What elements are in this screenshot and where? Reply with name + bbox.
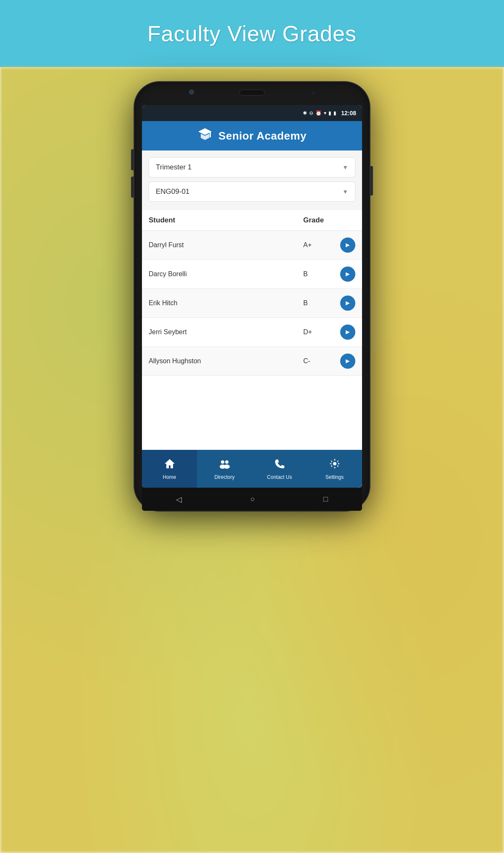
nav-contact-label: Contact Us: [267, 474, 292, 480]
status-bar: ✱ ⊖ ⏰ ▾ ▮ ▮ 12:08: [142, 105, 362, 121]
view-detail-button[interactable]: ►: [340, 325, 355, 340]
row-action-cell: ►: [337, 267, 355, 282]
svg-point-4: [221, 460, 224, 464]
nav-home-label: Home: [163, 474, 176, 480]
android-nav-bar: ◁ ○ □: [142, 488, 362, 511]
student-grade: B: [303, 299, 337, 307]
svg-marker-3: [165, 459, 175, 468]
grade-table: Student Grade Darryl Furst A+ ►: [142, 210, 362, 450]
back-button[interactable]: ◁: [176, 495, 182, 504]
app-title: Senior Academy: [218, 129, 307, 143]
contact-icon: [274, 458, 286, 473]
student-name: Allyson Hughston: [149, 357, 303, 365]
view-detail-button[interactable]: ►: [340, 354, 355, 369]
wifi-icon: ▾: [324, 110, 326, 116]
do-not-disturb-icon: ⊖: [309, 110, 313, 116]
home-button[interactable]: ○: [250, 495, 255, 504]
student-grade: C-: [303, 357, 337, 365]
student-grade: D+: [303, 328, 337, 336]
nav-item-settings[interactable]: Settings: [307, 450, 362, 488]
table-row[interactable]: Jerri Seybert D+ ►: [142, 318, 362, 347]
bottom-nav: Home Directory: [142, 450, 362, 488]
table-row[interactable]: Allyson Hughston C- ►: [142, 347, 362, 376]
nav-item-contact[interactable]: Contact Us: [252, 450, 307, 488]
page-title-area: Faculty View Grades: [0, 0, 504, 67]
phone-screen: ✱ ⊖ ⏰ ▾ ▮ ▮ 12:08 Seni: [142, 105, 362, 488]
volume-up-button[interactable]: [131, 149, 134, 170]
status-icons: ✱ ⊖ ⏰ ▾ ▮ ▮ 12:08: [303, 110, 356, 116]
app-header: Senior Academy: [142, 121, 362, 151]
home-icon: [164, 458, 176, 473]
view-detail-button[interactable]: ►: [340, 238, 355, 253]
front-camera: [189, 90, 194, 95]
student-grade: A+: [303, 241, 337, 249]
view-detail-button[interactable]: ►: [340, 296, 355, 311]
phone-wrapper: ✱ ⊖ ⏰ ▾ ▮ ▮ 12:08 Seni: [134, 82, 370, 511]
nav-settings-label: Settings: [326, 474, 344, 480]
table-row[interactable]: Darcy Borelli B ►: [142, 260, 362, 289]
trimester-value: Trimester 1: [156, 163, 192, 172]
course-dropdown[interactable]: ENG09-01 ▼: [149, 182, 355, 202]
nav-item-home[interactable]: Home: [142, 450, 197, 488]
row-action-cell: ►: [337, 325, 355, 340]
alarm-icon: ⏰: [315, 110, 322, 116]
row-action-cell: ►: [337, 238, 355, 253]
volume-down-button[interactable]: [131, 177, 134, 198]
student-grade: B: [303, 270, 337, 278]
power-button[interactable]: [370, 166, 373, 195]
app-content: Trimester 1 ▼ ENG09-01 ▼ Student Grade: [142, 151, 362, 488]
row-action-cell: ►: [337, 354, 355, 369]
course-value: ENG09-01: [156, 188, 189, 196]
svg-point-8: [333, 462, 336, 465]
row-action-cell: ►: [337, 296, 355, 311]
student-name: Erik Hitch: [149, 299, 303, 307]
grade-column-header: Grade: [303, 216, 337, 224]
battery-icon: ▮: [333, 110, 336, 116]
student-name: Darcy Borelli: [149, 270, 303, 278]
student-name: Jerri Seybert: [149, 328, 303, 336]
trimester-arrow-icon: ▼: [342, 164, 348, 171]
settings-icon: [329, 458, 341, 473]
table-row[interactable]: Darryl Furst A+ ►: [142, 231, 362, 260]
svg-point-5: [225, 460, 228, 464]
course-arrow-icon: ▼: [342, 188, 348, 195]
student-name: Darryl Furst: [149, 241, 303, 249]
recents-button[interactable]: □: [323, 495, 328, 504]
table-row[interactable]: Erik Hitch B ►: [142, 289, 362, 318]
svg-point-7: [224, 465, 230, 469]
svg-rect-1: [210, 132, 211, 137]
page-title: Faculty View Grades: [147, 21, 357, 46]
status-time: 12:08: [341, 110, 356, 116]
phone-shell: ✱ ⊖ ⏰ ▾ ▮ ▮ 12:08 Seni: [134, 82, 370, 511]
view-detail-button[interactable]: ►: [340, 267, 355, 282]
table-header: Student Grade: [142, 210, 362, 231]
nav-item-directory[interactable]: Directory: [197, 450, 252, 488]
directory-icon: [219, 458, 231, 473]
app-logo-icon: [197, 127, 213, 145]
proximity-sensor: [312, 91, 315, 95]
student-column-header: Student: [149, 216, 303, 224]
nav-directory-label: Directory: [214, 474, 234, 480]
signal-icon: ▮: [328, 110, 331, 116]
trimester-dropdown[interactable]: Trimester 1 ▼: [149, 157, 355, 177]
earpiece-speaker: [239, 90, 265, 95]
bluetooth-icon: ✱: [303, 110, 307, 116]
dropdown-container: Trimester 1 ▼ ENG09-01 ▼: [142, 151, 362, 206]
